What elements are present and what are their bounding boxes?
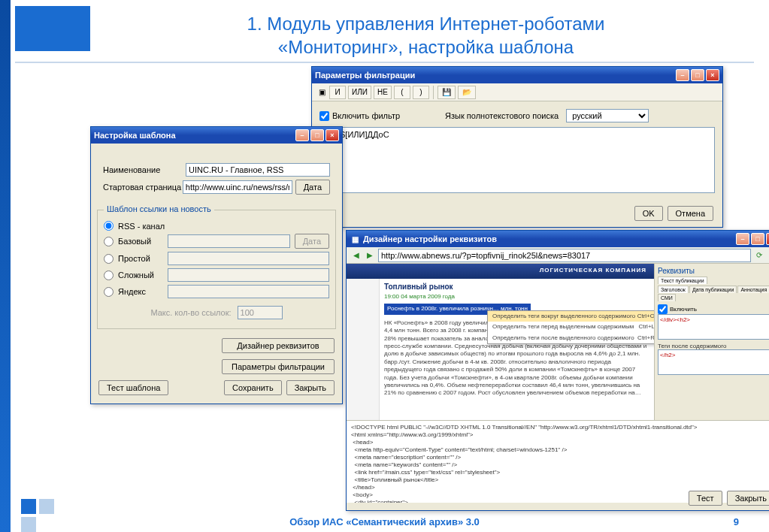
page-number: 9 — [734, 516, 739, 527]
title-rule — [15, 62, 754, 63]
slide-left-stripe — [0, 0, 11, 532]
forward-icon[interactable]: ▶ — [365, 250, 375, 261]
tab-title[interactable]: Заголовок — [658, 286, 689, 293]
designer-button[interactable]: Дизайнер реквизитов — [222, 338, 335, 353]
close-template-button[interactable]: Закрыть — [286, 380, 335, 395]
include-checkbox[interactable]: Включить — [658, 304, 769, 314]
filter-window: Параметры фильтрации – □ × ▣ И ИЛИ НЕ ( … — [311, 66, 723, 228]
deco-square — [21, 499, 36, 514]
close-button[interactable]: × — [325, 129, 339, 141]
group-legend: Шаблон ссылки на новость — [104, 204, 214, 213]
req-header-tab[interactable]: Текст публикации — [658, 277, 707, 284]
name-label: Наименование — [103, 165, 186, 174]
ctx-item-before[interactable]: Определить теги перед выделенным содержи… — [488, 322, 655, 332]
radio-complex[interactable] — [104, 271, 114, 280]
lang-label: Язык полнотекстового поиска — [445, 111, 559, 120]
save-icon: 💾 — [441, 87, 452, 98]
minimize-button[interactable]: – — [736, 233, 749, 245]
ctx-item-after[interactable]: Определить теги после выделенного содерж… — [488, 333, 655, 343]
radio-basic[interactable] — [104, 237, 114, 246]
link-template-group: Шаблон ссылки на новость RSS - канал Баз… — [97, 210, 336, 329]
slide-left-block — [15, 6, 90, 51]
requisites-panel: Реквизиты Текст публикации Заголовок Дат… — [655, 264, 769, 420]
filter-toolbar: ▣ И ИЛИ НЕ ( ) 💾 📂 — [312, 83, 722, 101]
maximize-button[interactable]: □ — [691, 69, 704, 81]
back-icon[interactable]: ◀ — [351, 250, 362, 261]
minimize-button[interactable]: – — [295, 129, 309, 141]
radio-yandex-label: Яндекс — [118, 287, 163, 296]
url-input[interactable] — [378, 249, 751, 262]
tags-after-label: Теги после содержимого — [658, 343, 769, 349]
name-input[interactable] — [186, 163, 330, 177]
context-menu[interactable]: Определить теги вокруг выделенного содер… — [487, 310, 655, 344]
browser-pane[interactable]: ЛОГИСТИЧЕСКАЯ КОМПАНИЯ Топливный рынок 1… — [347, 264, 655, 420]
page-banner: ЛОГИСТИЧЕСКАЯ КОМПАНИЯ — [347, 264, 654, 279]
filter-params-button[interactable]: Параметры фильтрации — [222, 359, 335, 374]
basic-input — [168, 234, 290, 248]
news-date: 19:00 04 марта 2009 года — [384, 293, 649, 301]
refresh-icon[interactable]: ⟳ — [754, 250, 764, 261]
radio-basic-label: Базовый — [118, 237, 163, 246]
designer-window: ▦ Дизайнер настройки реквизитов – □ × ◀ … — [346, 230, 769, 511]
basic-date-button: Дата — [295, 234, 329, 249]
ok-button[interactable]: OK — [634, 206, 663, 221]
op-not-button[interactable]: НЕ — [374, 86, 392, 99]
op-and-button[interactable]: И — [329, 86, 346, 99]
op-or-button[interactable]: ИЛИ — [348, 86, 371, 99]
cancel-button[interactable]: Отмена — [668, 206, 713, 221]
save-icon-button[interactable]: 💾 — [437, 86, 456, 99]
designer-close-button[interactable]: Закрыть — [727, 491, 769, 506]
startpage-label: Стартовая страница — [103, 183, 183, 192]
op-rparen-button[interactable]: ) — [413, 86, 429, 99]
folder-open-icon: 📂 — [462, 87, 472, 98]
designer-toolbar: ◀ ▶ ⟳ ➔ — [347, 247, 769, 264]
minimize-button[interactable]: – — [676, 69, 689, 81]
designer-titlebar[interactable]: ▦ Дизайнер настройки реквизитов – □ × — [347, 231, 769, 247]
simple-input — [168, 252, 329, 265]
filter-query-input[interactable]: DDoS[ИЛИ]ДДоС — [319, 127, 715, 193]
date-button[interactable]: Дата — [295, 180, 330, 195]
save-button[interactable]: Сохранить — [224, 380, 282, 395]
tags-before-box[interactable]: </div><h2> — [658, 314, 769, 340]
close-button[interactable]: × — [706, 69, 719, 81]
deco-square — [39, 499, 54, 514]
page-sidebar — [347, 279, 380, 420]
slide-title: 1. Модуль управления Интернет-роботами «… — [105, 12, 746, 59]
title-line-2: «Мониторинг», настройка шаблона — [278, 37, 574, 57]
radio-yandex[interactable] — [104, 287, 114, 297]
maximize-button[interactable]: □ — [751, 233, 764, 245]
maxlinks-input — [238, 306, 283, 319]
template-window: Настройка шаблона – □ × Наименование Ста… — [90, 126, 343, 404]
yandex-input — [168, 285, 329, 298]
radio-simple-label: Простой — [118, 254, 163, 263]
radio-rss[interactable] — [104, 221, 114, 231]
complex-input — [168, 268, 329, 282]
news-heading: Топливный рынок — [384, 282, 649, 292]
logic-icon: ▣ — [316, 87, 327, 98]
op-lparen-button[interactable]: ( — [394, 86, 410, 99]
slide-footer: Обзор ИАС «Семантический архив» 3.0 — [0, 516, 769, 527]
enable-filter-checkbox[interactable]: Включить фильтр — [319, 111, 400, 121]
close-button[interactable]: × — [766, 233, 769, 245]
ctx-item-around[interactable]: Определить теги вокруг выделенного содер… — [488, 311, 655, 322]
filter-titlebar[interactable]: Параметры фильтрации – □ × — [312, 67, 722, 83]
radio-simple[interactable] — [104, 254, 114, 264]
test-template-button[interactable]: Тест шаблона — [98, 380, 168, 395]
template-titlebar[interactable]: Настройка шаблона – □ × — [91, 127, 342, 144]
open-icon-button[interactable]: 📂 — [458, 86, 476, 99]
designer-title: Дизайнер настройки реквизитов — [363, 234, 497, 243]
tags-after-box[interactable]: </h2> — [658, 349, 769, 375]
radio-rss-label: RSS - канал — [118, 222, 165, 231]
designer-test-button[interactable]: Тест — [689, 491, 722, 506]
filter-title: Параметры фильтрации — [315, 71, 415, 80]
lang-select[interactable]: русский — [566, 109, 649, 122]
include-input[interactable] — [658, 304, 668, 314]
tab-date[interactable]: Дата публикации — [689, 286, 737, 293]
requisites-title: Реквизиты — [658, 267, 769, 275]
enable-filter-input[interactable] — [319, 111, 329, 121]
maximize-button[interactable]: □ — [310, 129, 324, 141]
tab-annotation[interactable]: Аннотация — [737, 286, 769, 293]
startpage-input[interactable] — [183, 180, 292, 194]
tab-smi[interactable]: СМИ — [658, 294, 676, 301]
enable-filter-label: Включить фильтр — [332, 111, 400, 120]
